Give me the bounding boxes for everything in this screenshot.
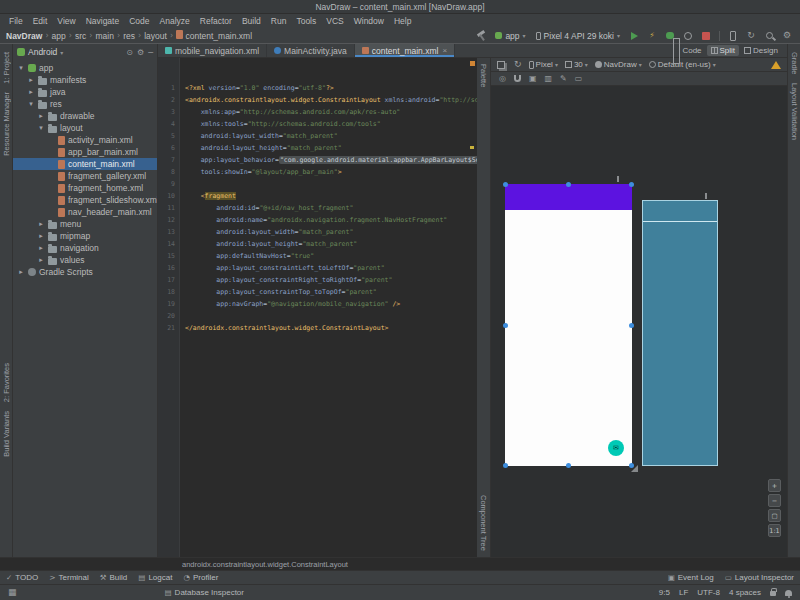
mode-tab-split[interactable]: Split [707, 45, 740, 56]
tool-window-button-event-log[interactable]: ▣Event Log [668, 573, 714, 582]
editor-tab-content-main-xml[interactable]: content_main.xml× [355, 44, 455, 57]
breadcrumb-item[interactable]: main [96, 31, 114, 41]
lock-icon[interactable] [770, 591, 776, 596]
tree-item-java[interactable]: ▸java [13, 86, 157, 98]
design-canvas[interactable]: ✉ [491, 86, 787, 557]
tool-window-button-terminal[interactable]: >Terminal [49, 573, 89, 582]
gear-icon[interactable]: ⚙ [137, 48, 144, 57]
menu-item-build[interactable]: Build [237, 16, 266, 26]
design-surface-icon[interactable] [497, 61, 505, 69]
apply-changes-button[interactable]: ⚡ [645, 29, 659, 43]
constraint-handle[interactable] [629, 182, 634, 187]
menu-item-analyze[interactable]: Analyze [155, 16, 195, 26]
resize-handle[interactable] [631, 465, 638, 472]
tool-window-button-build[interactable]: ⚒Build [100, 573, 128, 582]
tree-item-menu[interactable]: ▸menu [13, 218, 157, 230]
view-options-icon[interactable]: ◎ [499, 75, 506, 83]
orientation-icon[interactable]: ↻ [514, 60, 522, 69]
tree-item-app[interactable]: ▾app [13, 62, 157, 74]
constraint-handle[interactable] [503, 182, 508, 187]
close-icon[interactable]: × [442, 46, 447, 55]
file-encoding[interactable]: UTF-8 [697, 588, 720, 597]
notifications-bell-icon[interactable] [785, 590, 792, 596]
caret-position[interactable]: 9:5 [659, 588, 670, 597]
breadcrumb-item[interactable]: res [123, 31, 135, 41]
tool-window-button-logcat[interactable]: ▤Logcat [138, 573, 172, 582]
tool-window-button-profi-ler[interactable]: ◔Profi̇ler [183, 573, 218, 582]
tool-stripe-button-2-favorites[interactable]: 2: Favorites [2, 363, 11, 402]
tree-item-mipmap[interactable]: ▸mipmap [13, 230, 157, 242]
design-device-dropdown[interactable]: Pixel▾ [529, 60, 558, 69]
tree-item-navigation[interactable]: ▸navigation [13, 242, 157, 254]
tool-window-button-layout-inspector[interactable]: ▭Layout Inspector [725, 573, 794, 582]
magnet-icon[interactable] [514, 75, 521, 82]
breadcrumb-item[interactable]: content_main.xml [176, 30, 252, 41]
run-button[interactable] [627, 29, 641, 43]
menu-item-window[interactable]: Window [349, 16, 389, 26]
menu-item-navigate[interactable]: Navigate [81, 16, 125, 26]
ruler-icon[interactable]: ▭ [575, 75, 583, 83]
database-inspector-button[interactable]: ▤ Database Inspector [165, 588, 244, 597]
menu-item-code[interactable]: Code [124, 16, 154, 26]
pencil-icon[interactable]: ✎ [560, 75, 567, 83]
tree-item-manifests[interactable]: ▸manifests [13, 74, 157, 86]
tree-item-nav-header-main-xml[interactable]: nav_header_main.xml [13, 206, 157, 218]
constraint-handle[interactable] [629, 323, 634, 328]
project-view-header[interactable]: Android ▾ ⊙ ⚙ ─ [13, 44, 157, 60]
warning-triangle-icon[interactable] [771, 61, 781, 69]
zoom-out-button[interactable]: − [768, 494, 781, 507]
tool-window-button-todo[interactable]: ✓TODO [6, 573, 38, 582]
tree-item-fragment-gallery-xml[interactable]: fragment_gallery.xml [13, 170, 157, 182]
breadcrumb-item[interactable]: layout [144, 31, 167, 41]
tool-windows-grid-icon[interactable]: ▦ [8, 588, 17, 597]
tree-item-gradle-scripts[interactable]: ▸Gradle Scripts [13, 266, 157, 278]
tree-item-activity-main-xml[interactable]: activity_main.xml [13, 134, 157, 146]
editor-tab-mobile-navigation-xml[interactable]: mobile_navigation.xml [158, 44, 267, 57]
code-editor[interactable]: 123456789101112131415161718192021 <?xml … [158, 58, 477, 557]
line-separator[interactable]: LF [679, 588, 688, 597]
device-selector-dropdown[interactable]: Pixel 4 API 29 koki ▾ [533, 31, 623, 41]
tree-item-layout[interactable]: ▾layout [13, 122, 157, 134]
breadcrumb-item[interactable]: NavDraw [6, 31, 42, 41]
tool-stripe-button-resource-manager[interactable]: Resource Manager [2, 92, 11, 156]
inspection-warning-marker[interactable] [470, 61, 475, 66]
tool-stripe-button-1-project[interactable]: 1: Project [2, 52, 11, 84]
locate-file-icon[interactable]: ⊙ [126, 48, 133, 57]
tree-item-fragment-home-xml[interactable]: fragment_home.xml [13, 182, 157, 194]
run-configuration-dropdown[interactable]: app ▾ [492, 31, 528, 41]
margins-icon[interactable]: ▣ [529, 75, 537, 83]
menu-item-run[interactable]: Run [266, 16, 292, 26]
mode-tab-design[interactable]: Design [740, 45, 782, 56]
breadcrumb-item[interactable]: app [52, 31, 66, 41]
editor-tab-mainactivity-java[interactable]: MainActivity.java [267, 44, 355, 57]
tool-stripe-button-layout-validation[interactable]: Layout Validation [790, 83, 799, 140]
tool-stripe-button-gradle[interactable]: Gradle [790, 52, 799, 75]
settings-button[interactable]: ⚙ [780, 29, 794, 43]
tree-item-fragment-slideshow-xml[interactable]: fragment_slideshow.xml [13, 194, 157, 206]
blueprint-preview-phone[interactable] [642, 200, 718, 466]
menu-item-file[interactable]: File [4, 16, 28, 26]
scrollbar-warning-marker[interactable] [470, 146, 474, 149]
constraint-handle[interactable] [503, 463, 508, 468]
editor-breadcrumb[interactable]: androidx.constraintlayout.widget.Constra… [182, 560, 348, 569]
fab-email-button[interactable]: ✉ [608, 440, 624, 456]
menu-item-edit[interactable]: Edit [28, 16, 53, 26]
menu-item-help[interactable]: Help [389, 16, 416, 26]
code-area[interactable]: <?xml version="1.0" encoding="utf-8"?><a… [180, 58, 477, 557]
zoom-in-button[interactable]: + [768, 479, 781, 492]
design-api-dropdown[interactable]: 30▾ [565, 60, 588, 69]
constraint-handle[interactable] [566, 182, 571, 187]
design-theme-dropdown[interactable]: NavDraw▾ [595, 60, 642, 69]
search-everywhere-button[interactable] [762, 29, 776, 43]
tree-item-content-main-xml[interactable]: content_main.xml [13, 158, 157, 170]
tree-item-app-bar-main-xml[interactable]: app_bar_main.xml [13, 146, 157, 158]
constraint-handle[interactable] [566, 463, 571, 468]
build-button[interactable] [474, 29, 488, 43]
design-preview-phone[interactable]: ✉ [505, 184, 632, 466]
tree-item-drawable[interactable]: ▸drawable [13, 110, 157, 122]
menu-item-refactor[interactable]: Refactor [195, 16, 237, 26]
sync-project-button[interactable]: ↻ [744, 29, 758, 43]
constraint-handle[interactable] [503, 323, 508, 328]
device-manager-button[interactable] [726, 29, 740, 43]
indent-style[interactable]: 4 spaces [729, 588, 761, 597]
